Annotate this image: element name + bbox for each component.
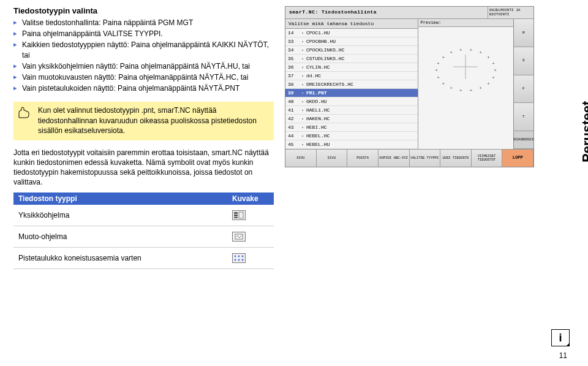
info-icon: i (551, 329, 570, 346)
file-row[interactable]: 34▫CPOCKLINKS.HC (285, 46, 418, 55)
preview-point: + (470, 47, 473, 53)
table-row-label: Pistetaulukko koneistusasemia varten (18, 254, 232, 262)
file-row[interactable]: 37▫dd.HC (285, 72, 418, 80)
screenshot-mode: OHJELMOINTI JA EDITOINTI (488, 7, 533, 18)
preview-point: + (459, 88, 462, 93)
softkey-last-files[interactable]: VIIMEISET TIEDOSTOT (472, 150, 503, 167)
note-text: Kun olet valinnut tiedostotyypin .pnt, s… (38, 105, 269, 135)
step-item: Paina ohjelmanäppäintä VALITSE TYYPPI. (13, 29, 274, 39)
preview-point: + (492, 74, 495, 80)
preview-point: + (492, 60, 495, 66)
file-row[interactable]: 40▫GKDD.HU (285, 97, 418, 106)
hand-icon (17, 105, 38, 135)
file-row[interactable]: 39▫FR1.PNT (285, 89, 418, 97)
preview-canvas: ++++++++++++++++++ (418, 27, 513, 107)
screenshot-title: smarT.NC: Tiedostonhallinta (285, 7, 488, 18)
step-item: Kaikkien tiedostotyyppien näyttö: Paina … (13, 40, 274, 59)
softkey-delete[interactable]: POISTA (347, 150, 379, 167)
step-item: Vain yksikköohjelmien näyttö: Paina ohje… (13, 61, 274, 71)
softkey-select-type[interactable]: VALITSE TYYPPI (410, 150, 441, 167)
svg-point-10 (242, 259, 244, 261)
note-box: Kun olet valinnut tiedostotyypin .pnt, s… (13, 102, 274, 140)
preview-point: + (470, 88, 473, 93)
preview-point: + (487, 80, 490, 86)
table-header-type: Tiedoston tyyppi (18, 194, 232, 203)
step-item: Vain pistetaulukoiden näyttö: Paina ohje… (13, 83, 274, 93)
table-row-label: Yksikköohjelma (18, 211, 232, 219)
file-row[interactable]: 41▫HAEL1.HC (285, 106, 418, 115)
file-row[interactable]: 35▫CSTUDLINKS.HC (285, 55, 418, 63)
table-header-icon: Kuvake (232, 194, 269, 203)
preview-point: + (494, 67, 497, 73)
svg-point-5 (235, 255, 236, 257)
preview-point: + (487, 54, 490, 59)
table-row: Yksikköohjelma (13, 205, 274, 226)
preview-point: + (442, 80, 445, 86)
screenshot-sidebar: M S F T DIAGNOSIS (513, 19, 533, 149)
svg-rect-2 (234, 217, 238, 218)
side-btn-t[interactable]: T (514, 103, 533, 131)
softkey-new-file[interactable]: UUSI TIEDOSTO (440, 150, 472, 167)
file-row[interactable]: 45▫HEBEL.HU (285, 140, 418, 149)
page-number: 11 (559, 351, 567, 360)
table-row-label: Muoto-ohjelma (18, 232, 232, 241)
table-row: Pistetaulukko koneistusasemia varten (13, 248, 274, 269)
preview-point: + (479, 50, 482, 55)
preview-point: + (442, 54, 445, 59)
side-btn-f[interactable]: F (514, 75, 533, 104)
file-row[interactable]: 14▫CPOC1.HU (285, 29, 418, 37)
file-row[interactable]: 42▫HAKEN.HC (285, 115, 418, 123)
file-row[interactable]: 38▫DREIECKRECHTS.HC (285, 80, 418, 89)
side-btn-diagnosis[interactable]: DIAGNOSIS (514, 131, 533, 149)
unit-program-icon (232, 210, 246, 220)
table-row-icon (232, 232, 269, 242)
svg-rect-0 (234, 212, 238, 214)
preview-label: Preview: (418, 19, 513, 27)
section-heading: Tiedostotyypin valinta (13, 6, 274, 15)
svg-point-9 (238, 259, 240, 261)
steps-list: Valitse tiedostonhallinta: Paina näppäin… (13, 18, 274, 93)
screenshot: smarT.NC: Tiedostonhallinta OHJELMOINTI … (285, 6, 534, 167)
body-paragraph: Jotta eri tiedostotyypit voitaisiin pare… (13, 148, 274, 188)
svg-point-8 (235, 259, 236, 261)
svg-point-7 (242, 255, 244, 257)
softkey-bar: SIVU SIVU POISTA KOPIOI ABC→XYZ VALITSE … (285, 149, 533, 167)
screenshot-subheader: Valitse mikä tahansa tiedosto (285, 19, 418, 28)
preview-point: + (437, 74, 440, 80)
file-row[interactable]: 44▫HEBEL.HC (285, 132, 418, 140)
svg-rect-1 (234, 215, 238, 216)
preview-point: + (450, 50, 453, 55)
svg-point-6 (238, 255, 240, 257)
file-list[interactable]: 14▫CPOC1.HU33▫CPOCBHB.HU34▫CPOCKLINKS.HC… (285, 28, 418, 149)
file-row[interactable]: 33▫CPOCBHB.HU (285, 37, 418, 46)
table-row-icon (232, 253, 269, 263)
step-item: Valitse tiedostonhallinta: Paina näppäin… (13, 18, 274, 28)
point-table-icon (232, 253, 246, 263)
step-item: Vain muotokuvausten näyttö: Paina ohjelm… (13, 72, 274, 82)
table-row-icon (232, 210, 269, 220)
table-header: Tiedoston tyyppi Kuvake (13, 193, 274, 205)
preview-point: + (479, 85, 482, 91)
svg-rect-3 (239, 212, 243, 218)
contour-program-icon (232, 232, 246, 242)
file-row[interactable]: 43▫HEBI.HC (285, 123, 418, 132)
preview-point: + (450, 85, 453, 91)
side-btn-s[interactable]: S (514, 47, 533, 75)
preview-point: + (437, 60, 440, 66)
softkey-end[interactable]: LOPP (502, 150, 533, 167)
margin-chapter-label: Perusteet (579, 101, 588, 162)
file-row[interactable]: 36▫CYLIN.HC (285, 63, 418, 72)
softkey-page[interactable]: SIVU (285, 150, 317, 167)
svg-rect-4 (235, 234, 243, 239)
table-row: Muoto-ohjelma (13, 226, 274, 248)
preview-point: + (435, 67, 438, 73)
softkey-copy[interactable]: KOPIOI ABC→XYZ (379, 150, 410, 167)
preview-point: + (459, 47, 462, 53)
softkey-page[interactable]: SIVU (317, 150, 348, 167)
side-btn-m[interactable]: M (514, 19, 533, 47)
